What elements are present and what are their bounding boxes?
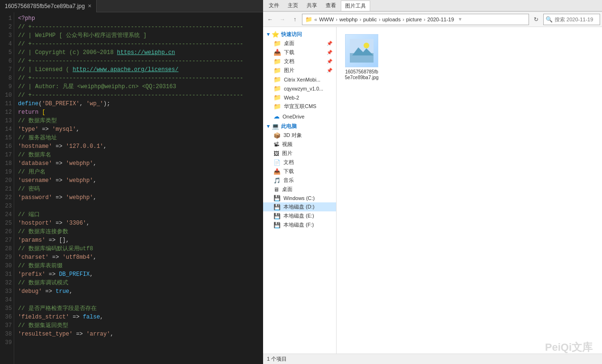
ribbon-tab-4[interactable]: 图片工具 (341, 0, 370, 11)
back-button[interactable]: ← (265, 14, 275, 25)
up-button[interactable]: ↑ (290, 14, 300, 25)
folder-icon-citrix: 📁 (274, 76, 281, 83)
quick-access-header[interactable]: ▾ ⭐ 快速访问 (263, 30, 336, 39)
this-pc-header[interactable]: ▾ 💻 此电脑 (263, 122, 336, 131)
sidebar-item-local-f[interactable]: 💾 本地磁盘 (F:) (263, 220, 336, 229)
drive-icon-d: 💾 (274, 204, 281, 210)
addr-sep-6: › (424, 17, 426, 22)
editor-tab-item[interactable]: 16057568785fb5e7ce89ba7.jpg ✕ (0, 0, 97, 12)
sidebar-item-web2[interactable]: 📁 Web-2 (263, 93, 336, 102)
sidebar-item-video[interactable]: 📽 视频 (263, 140, 336, 149)
sidebar-item-label: 3D 对象 (283, 132, 302, 139)
addr-www[interactable]: WWW (319, 17, 334, 22)
sidebar-item-label: Windows (C:) (283, 195, 315, 201)
addr-picture[interactable]: picture (406, 17, 422, 22)
ribbon-tab-3[interactable]: 查看 (322, 0, 340, 11)
sidebar-item-label: Citrix XenMobi... (284, 77, 320, 82)
sidebar-item-onedrive[interactable]: ☁ OneDrive (263, 112, 336, 121)
search-bar[interactable]: 🔍 (543, 14, 600, 25)
folder-icon-3d: 📦 (274, 132, 281, 139)
line-numbers: 1234567891011121314151617181920212223242… (0, 12, 14, 364)
addr-uploads[interactable]: uploads (383, 17, 401, 22)
sidebar-item-downloads-2[interactable]: 📥 下载 (263, 167, 336, 176)
sidebar-item-desktop-2[interactable]: 🖥 桌面 (263, 185, 336, 194)
search-input[interactable] (555, 17, 598, 22)
addr-webphp[interactable]: webphp (339, 17, 358, 22)
sidebar-item-docs-2[interactable]: 📄 文档 (263, 158, 336, 167)
status-bar: 1 个项目 (263, 354, 602, 364)
ribbon: 文件主页共享查看图片工具 (263, 0, 602, 12)
forward-button[interactable]: → (277, 14, 288, 25)
sidebar-item-local-e[interactable]: 💾 本地磁盘 (E:) (263, 211, 336, 220)
sidebar-item-label: cqyxwzym_v1.0... (284, 86, 323, 91)
code-content-area: 1234567891011121314151617181920212223242… (0, 12, 263, 364)
ribbon-tab-2[interactable]: 共享 (303, 0, 321, 11)
code-lines[interactable]: <?php// +-------------------------------… (14, 12, 263, 364)
sidebar-item-music[interactable]: 🎵 音乐 (263, 176, 336, 185)
folder-icon-desktop: 📁 (274, 40, 281, 47)
file-explorer: 文件主页共享查看图片工具 ← → ↑ 📁 « WWW › webphp › pu… (263, 0, 602, 364)
sidebar-item-pics-2[interactable]: 🖼 图片 (263, 149, 336, 158)
sidebar-item-cqyx[interactable]: 📁 cqyxwzym_v1.0... (263, 84, 336, 93)
this-pc-label: 此电脑 (281, 123, 297, 130)
pin-icon: 📌 (327, 59, 332, 64)
sidebar-item-pics-1[interactable]: 📁 图片 📌 (263, 66, 336, 75)
pin-icon: 📌 (327, 50, 332, 55)
addr-sep-4: › (379, 17, 381, 22)
sidebar-item-huayi[interactable]: 📁 华宜互联CMS (263, 102, 336, 111)
addr-sep-5: › (402, 17, 404, 22)
sidebar-item-label: 图片 (284, 67, 294, 74)
sidebar-item-label: 音乐 (283, 177, 294, 184)
this-pc-chevron: ▾ (267, 123, 270, 129)
folder-icon-cqyx: 📁 (274, 85, 281, 92)
quick-access-label: 快速访问 (281, 31, 302, 38)
sidebar-item-windows-c[interactable]: 💾 Windows (C:) (263, 194, 336, 202)
sidebar-item-citrix[interactable]: 📁 Citrix XenMobi... (263, 75, 336, 84)
file-name: 16057568785fb5e7ce89ba7.jpg (345, 69, 378, 81)
sidebar: ▾ ⭐ 快速访问 📁 桌面 📌 📥 下载 📌 📁 文档 📌 (263, 27, 337, 354)
file-thumbnail (345, 34, 378, 67)
sidebar-item-label: 下载 (283, 168, 294, 175)
sidebar-item-local-d[interactable]: 💾 本地磁盘 (D:) (263, 202, 336, 211)
onedrive-section: ☁ OneDrive (263, 112, 336, 121)
folder-icon-docs: 📁 (274, 58, 281, 65)
ribbon-tab-1[interactable]: 主页 (284, 0, 302, 11)
sidebar-item-label: 本地磁盘 (F:) (283, 221, 314, 228)
sidebar-item-label: 视频 (282, 141, 292, 148)
drive-icon-f: 💾 (274, 222, 281, 228)
addr-dropdown-icon[interactable]: ▼ (458, 17, 463, 22)
sidebar-item-label: 下载 (284, 49, 294, 56)
refresh-button[interactable]: ↻ (531, 14, 541, 25)
status-text: 1 个项目 (267, 355, 287, 363)
quick-access-section: ▾ ⭐ 快速访问 📁 桌面 📌 📥 下载 📌 📁 文档 📌 (263, 30, 336, 111)
onedrive-icon: ☁ (274, 113, 280, 120)
sidebar-item-label: 本地磁盘 (E:) (283, 212, 314, 219)
sidebar-item-label: 图片 (282, 150, 292, 157)
address-bar-container: ← → ↑ 📁 « WWW › webphp › public › upload… (263, 12, 602, 27)
tab-close-icon[interactable]: ✕ (88, 3, 91, 9)
pin-icon: 📌 (327, 68, 332, 73)
addr-sep-1: « (314, 17, 317, 22)
folder-icon-pics: 📁 (274, 67, 281, 74)
sidebar-item-label: 文档 (283, 159, 294, 166)
sidebar-item-desktop-1[interactable]: 📁 桌面 📌 (263, 39, 336, 48)
addr-date[interactable]: 2020-11-19 (428, 17, 454, 22)
sidebar-item-label: 桌面 (282, 186, 292, 193)
folder-icon: 📁 (305, 16, 312, 23)
file-item-jpg[interactable]: 16057568785fb5e7ce89ba7.jpg (340, 31, 383, 84)
tab-label: 16057568785fb5e7ce89ba7.jpg (5, 3, 85, 9)
addr-public[interactable]: public (363, 17, 377, 22)
sidebar-item-label: OneDrive (283, 114, 304, 119)
sidebar-item-docs-1[interactable]: 📁 文档 📌 (263, 57, 336, 66)
pin-icon: 📌 (327, 41, 332, 46)
folder-icon-web2: 📁 (274, 94, 281, 101)
computer-icon: 💻 (272, 123, 279, 130)
ribbon-tab-0[interactable]: 文件 (265, 0, 283, 11)
address-bar[interactable]: 📁 « WWW › webphp › public › uploads › pi… (302, 14, 529, 25)
folder-icon-pics2: 🖼 (274, 150, 279, 157)
drive-icon-e: 💾 (274, 213, 281, 219)
folder-icon-desktop2: 🖥 (274, 186, 279, 193)
sidebar-item-3d[interactable]: 📦 3D 对象 (263, 131, 336, 140)
sidebar-item-downloads-1[interactable]: 📥 下载 📌 (263, 48, 336, 57)
folder-icon-dl: 📥 (274, 49, 281, 56)
